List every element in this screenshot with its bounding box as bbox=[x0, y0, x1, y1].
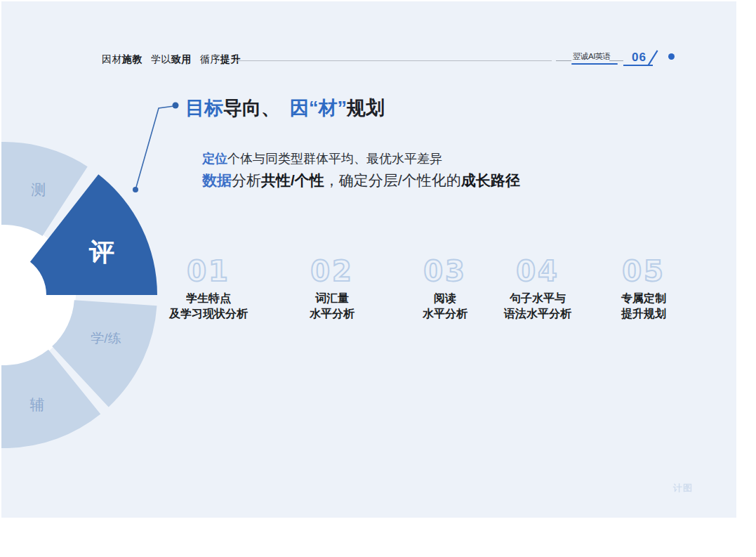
step-label: 学生特点 及学习现状分析 bbox=[145, 291, 272, 322]
segment-label-study: 学/练 bbox=[91, 329, 121, 348]
step-label-line: 及学习现状分析 bbox=[145, 306, 272, 322]
segment-label-fu: 辅 bbox=[30, 395, 45, 414]
connector-dot-icon bbox=[133, 187, 138, 192]
step-number: 01 bbox=[145, 256, 272, 287]
bullet-dot-icon bbox=[173, 103, 179, 109]
segment-label-ce: 评 bbox=[89, 235, 114, 270]
step-label-line: 专属定制 bbox=[581, 291, 707, 306]
step-label: 词汇量 水平分析 bbox=[269, 291, 395, 322]
step-label-line: 学生特点 bbox=[145, 291, 272, 306]
step-number: 05 bbox=[581, 256, 707, 287]
step-label-line: 词汇量 bbox=[269, 291, 395, 306]
step-label-line: 提升规划 bbox=[581, 306, 707, 322]
step-item-1: 01 学生特点 及学习现状分析 bbox=[145, 256, 272, 322]
step-item-5: 05 专属定制 提升规划 bbox=[581, 256, 707, 322]
step-label: 专属定制 提升规划 bbox=[581, 291, 707, 322]
step-number: 02 bbox=[269, 256, 395, 287]
connector-line bbox=[135, 106, 174, 190]
step-item-2: 02 词汇量 水平分析 bbox=[269, 256, 395, 322]
page-canvas: 因材施教学以致用循序提升 翌诚AI英语 06 目标导向、因“材”规划 定位个体与… bbox=[0, 0, 756, 557]
segment-label-test: 测 bbox=[32, 180, 46, 199]
slide: 因材施教学以致用循序提升 翌诚AI英语 06 目标导向、因“材”规划 定位个体与… bbox=[1, 1, 736, 518]
watermark: 计图 bbox=[673, 482, 693, 494]
step-label-line: 水平分析 bbox=[269, 306, 395, 322]
